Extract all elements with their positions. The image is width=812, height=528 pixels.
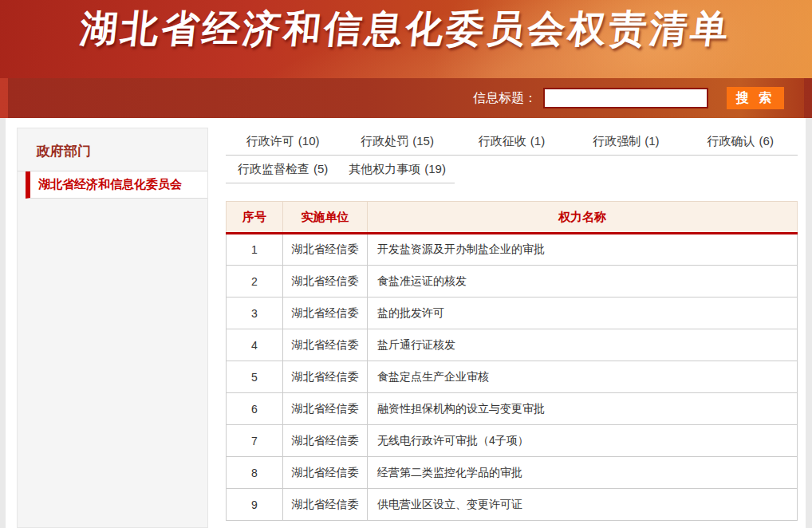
sidebar-item-label: 湖北省经济和信息化委员会 <box>38 177 182 191</box>
tab-count: (10) <box>298 134 320 148</box>
column-header-power-name: 权力名称 <box>368 202 798 234</box>
tab-label: 行政许可 <box>246 134 294 148</box>
content-area: 政府部门 湖北省经济和信息化委员会 行政许可(10) 行政处罚(15) 行政征收… <box>0 118 812 528</box>
cell-index: 7 <box>227 425 283 457</box>
tab[interactable]: 行政监督检查(5) <box>226 156 340 183</box>
tab[interactable]: 行政处罚(15) <box>340 128 454 156</box>
cell-unit: 湖北省经信委 <box>283 329 368 361</box>
table-row: 7 湖北省经信委 无线电行政许可审批（4子项） <box>227 425 798 457</box>
table-row: 9 湖北省经信委 供电营业区设立、变更许可证 <box>227 489 798 521</box>
cell-index: 6 <box>227 393 283 425</box>
page-title: 湖北省经济和信息化委员会权责清单 <box>0 0 812 54</box>
search-label: 信息标题： <box>473 90 537 107</box>
cell-index: 4 <box>227 329 283 361</box>
table-row: 1 湖北省经信委 开发盐资源及开办制盐企业的审批 <box>227 234 798 266</box>
tab-count: (5) <box>313 162 328 175</box>
sidebar-title: 政府部门 <box>18 128 207 171</box>
sidebar: 政府部门 湖北省经济和信息化委员会 <box>17 128 208 528</box>
cell-unit: 湖北省经信委 <box>283 393 368 425</box>
tab[interactable]: 行政确认(6) <box>684 128 798 156</box>
cell-power-name: 盐的批发许可 <box>368 297 798 329</box>
cell-power-name: 盐斤通行证核发 <box>368 329 798 361</box>
cell-power-name: 食盐准运证的核发 <box>368 266 798 297</box>
cell-power-name: 融资性担保机构的设立与变更审批 <box>368 393 798 425</box>
column-header-unit: 实施单位 <box>283 202 368 234</box>
search-button[interactable]: 搜 索 <box>727 87 784 109</box>
tab-bar: 行政许可(10) 行政处罚(15) 行政征收(1) 行政强制(1) 行政确认(6… <box>226 128 798 183</box>
cell-index: 2 <box>227 266 283 297</box>
tab-count: (15) <box>412 134 434 148</box>
cell-unit: 湖北省经信委 <box>283 297 368 329</box>
tab-count: (19) <box>424 162 446 175</box>
cell-unit: 湖北省经信委 <box>283 234 368 266</box>
tab-label: 行政征收 <box>479 134 526 148</box>
tab-label: 行政强制 <box>593 134 641 148</box>
page: 湖北省经济和信息化委员会权责清单 信息标题： 搜 索 政府部门 湖北省经济和信息… <box>0 0 812 528</box>
cell-unit: 湖北省经信委 <box>283 266 368 297</box>
cell-power-name: 开发盐资源及开办制盐企业的审批 <box>368 234 798 266</box>
cell-index: 5 <box>227 361 283 393</box>
search-input[interactable] <box>543 88 708 108</box>
table-row: 2 湖北省经信委 食盐准运证的核发 <box>227 266 798 297</box>
cell-unit: 湖北省经信委 <box>283 489 368 521</box>
tab-label: 行政确认 <box>708 134 755 148</box>
tab-label: 行政处罚 <box>361 134 408 148</box>
column-header-index: 序号 <box>227 202 283 234</box>
cell-power-name: 供电营业区设立、变更许可证 <box>368 489 798 521</box>
cell-index: 3 <box>227 297 283 329</box>
tab-label: 其他权力事项 <box>349 162 420 175</box>
cell-unit: 湖北省经信委 <box>283 457 368 489</box>
tab[interactable]: 行政强制(1) <box>569 128 683 156</box>
tab-count: (1) <box>644 134 659 148</box>
cell-index: 9 <box>227 489 283 521</box>
cell-power-name: 食盐定点生产企业审核 <box>368 361 798 393</box>
tab-label: 行政监督检查 <box>238 162 309 175</box>
table-header-row: 序号 实施单位 权力名称 <box>227 202 798 234</box>
table-row: 4 湖北省经信委 盐斤通行证核发 <box>227 329 798 361</box>
cell-unit: 湖北省经信委 <box>283 361 368 393</box>
banner: 湖北省经济和信息化委员会权责清单 <box>0 0 812 78</box>
power-table: 序号 实施单位 权力名称 1 湖北省经信委 开发盐资源及开办制盐企业的审批 <box>226 201 798 521</box>
table-row: 8 湖北省经信委 经营第二类监控化学品的审批 <box>227 457 798 489</box>
cell-power-name: 无线电行政许可审批（4子项） <box>368 425 798 457</box>
tab[interactable]: 其他权力事项(19) <box>340 156 454 183</box>
cell-power-name: 经营第二类监控化学品的审批 <box>368 457 798 489</box>
sidebar-item-department[interactable]: 湖北省经济和信息化委员会 <box>26 171 207 199</box>
table-body: 1 湖北省经信委 开发盐资源及开办制盐企业的审批 2 湖北省经信委 食盐准运证的… <box>227 234 798 521</box>
tab[interactable]: 行政许可(10) <box>226 128 340 156</box>
cell-index: 8 <box>227 457 283 489</box>
search-bar-inner: 信息标题： 搜 索 <box>8 78 804 118</box>
table-row: 3 湖北省经信委 盐的批发许可 <box>227 297 798 329</box>
cell-index: 1 <box>227 234 283 266</box>
search-bar: 信息标题： 搜 索 <box>0 78 812 118</box>
table-row: 6 湖北省经信委 融资性担保机构的设立与变更审批 <box>227 393 798 425</box>
tab[interactable]: 行政征收(1) <box>455 128 569 156</box>
tab-count: (6) <box>759 134 774 148</box>
main-panel: 行政许可(10) 行政处罚(15) 行政征收(1) 行政强制(1) 行政确认(6… <box>226 128 798 528</box>
tab-count: (1) <box>530 134 545 148</box>
cell-unit: 湖北省经信委 <box>283 425 368 457</box>
table-row: 5 湖北省经信委 食盐定点生产企业审核 <box>227 361 798 393</box>
